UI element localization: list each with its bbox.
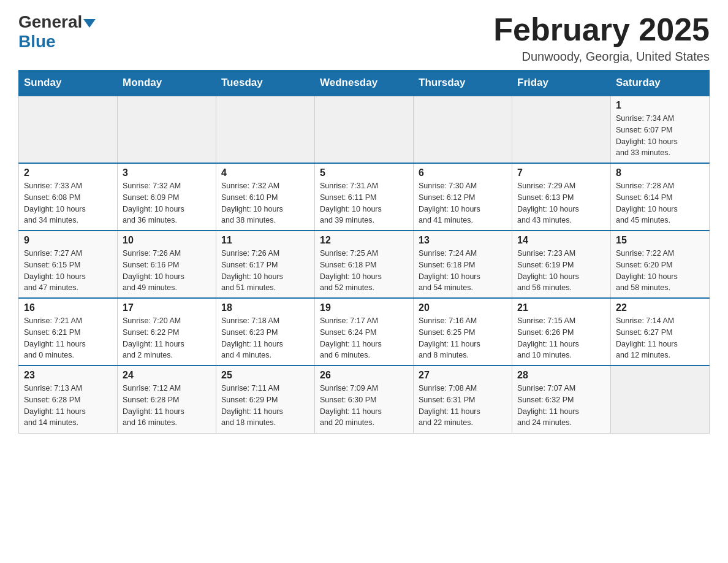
calendar-cell: 26Sunrise: 7:09 AMSunset: 6:30 PMDayligh…: [315, 366, 414, 433]
day-number: 7: [517, 167, 605, 178]
calendar-cell: [611, 366, 710, 433]
day-number: 18: [221, 302, 309, 313]
day-number: 14: [517, 235, 605, 246]
calendar-cell: 10Sunrise: 7:26 AMSunset: 6:16 PMDayligh…: [118, 231, 216, 298]
calendar-cell: 20Sunrise: 7:16 AMSunset: 6:25 PMDayligh…: [414, 298, 512, 366]
day-info: Sunrise: 7:32 AMSunset: 6:09 PMDaylight:…: [123, 180, 211, 226]
day-info: Sunrise: 7:16 AMSunset: 6:25 PMDaylight:…: [419, 315, 507, 361]
calendar-cell: 13Sunrise: 7:24 AMSunset: 6:18 PMDayligh…: [414, 231, 512, 298]
day-number: 6: [419, 167, 507, 178]
day-number: 2: [24, 167, 112, 178]
weekday-header-thursday: Thursday: [414, 71, 512, 96]
calendar-cell: 4Sunrise: 7:32 AMSunset: 6:10 PMDaylight…: [216, 163, 315, 231]
calendar-cell: 25Sunrise: 7:11 AMSunset: 6:29 PMDayligh…: [216, 366, 315, 433]
day-info: Sunrise: 7:22 AMSunset: 6:20 PMDaylight:…: [616, 248, 704, 294]
calendar-cell: 22Sunrise: 7:14 AMSunset: 6:27 PMDayligh…: [611, 298, 710, 366]
day-number: 23: [24, 370, 112, 381]
day-info: Sunrise: 7:07 AMSunset: 6:32 PMDaylight:…: [517, 383, 605, 429]
day-number: 3: [123, 167, 211, 178]
calendar-cell: [414, 96, 512, 163]
day-info: Sunrise: 7:32 AMSunset: 6:10 PMDaylight:…: [221, 180, 309, 226]
day-number: 8: [616, 167, 704, 178]
day-info: Sunrise: 7:12 AMSunset: 6:28 PMDaylight:…: [123, 383, 211, 429]
day-info: Sunrise: 7:29 AMSunset: 6:13 PMDaylight:…: [517, 180, 605, 226]
day-info: Sunrise: 7:28 AMSunset: 6:14 PMDaylight:…: [616, 180, 704, 226]
day-number: 27: [419, 370, 507, 381]
day-number: 9: [24, 235, 112, 246]
day-info: Sunrise: 7:25 AMSunset: 6:18 PMDaylight:…: [320, 248, 408, 294]
calendar-cell: 6Sunrise: 7:30 AMSunset: 6:12 PMDaylight…: [414, 163, 512, 231]
day-number: 25: [221, 370, 309, 381]
day-number: 24: [123, 370, 211, 381]
day-info: Sunrise: 7:23 AMSunset: 6:19 PMDaylight:…: [517, 248, 605, 294]
calendar-cell: [216, 96, 315, 163]
calendar-cell: 18Sunrise: 7:18 AMSunset: 6:23 PMDayligh…: [216, 298, 315, 366]
day-info: Sunrise: 7:09 AMSunset: 6:30 PMDaylight:…: [320, 383, 408, 429]
day-number: 12: [320, 235, 408, 246]
day-info: Sunrise: 7:24 AMSunset: 6:18 PMDaylight:…: [419, 248, 507, 294]
calendar-cell: 2Sunrise: 7:33 AMSunset: 6:08 PMDaylight…: [19, 163, 118, 231]
day-info: Sunrise: 7:26 AMSunset: 6:16 PMDaylight:…: [123, 248, 211, 294]
day-info: Sunrise: 7:11 AMSunset: 6:29 PMDaylight:…: [221, 383, 309, 429]
day-number: 26: [320, 370, 408, 381]
calendar-cell: 12Sunrise: 7:25 AMSunset: 6:18 PMDayligh…: [315, 231, 414, 298]
weekday-header-tuesday: Tuesday: [216, 71, 315, 96]
week-row-2: 2Sunrise: 7:33 AMSunset: 6:08 PMDaylight…: [19, 163, 710, 231]
calendar-cell: 1Sunrise: 7:34 AMSunset: 6:07 PMDaylight…: [611, 96, 710, 163]
calendar-cell: 17Sunrise: 7:20 AMSunset: 6:22 PMDayligh…: [118, 298, 216, 366]
day-info: Sunrise: 7:31 AMSunset: 6:11 PMDaylight:…: [320, 180, 408, 226]
page-header: General Blue February 2025 Dunwoody, Geo…: [18, 12, 710, 64]
calendar-cell: 27Sunrise: 7:08 AMSunset: 6:31 PMDayligh…: [414, 366, 512, 433]
day-number: 28: [517, 370, 605, 381]
day-info: Sunrise: 7:21 AMSunset: 6:21 PMDaylight:…: [24, 315, 112, 361]
calendar-cell: 3Sunrise: 7:32 AMSunset: 6:09 PMDaylight…: [118, 163, 216, 231]
calendar-cell: 15Sunrise: 7:22 AMSunset: 6:20 PMDayligh…: [611, 231, 710, 298]
weekday-header-sunday: Sunday: [19, 71, 118, 96]
day-info: Sunrise: 7:18 AMSunset: 6:23 PMDaylight:…: [221, 315, 309, 361]
calendar-cell: 23Sunrise: 7:13 AMSunset: 6:28 PMDayligh…: [19, 366, 118, 433]
day-number: 13: [419, 235, 507, 246]
calendar-cell: 21Sunrise: 7:15 AMSunset: 6:26 PMDayligh…: [512, 298, 611, 366]
day-number: 15: [616, 235, 704, 246]
day-info: Sunrise: 7:30 AMSunset: 6:12 PMDaylight:…: [419, 180, 507, 226]
day-number: 22: [616, 302, 704, 313]
day-info: Sunrise: 7:14 AMSunset: 6:27 PMDaylight:…: [616, 315, 704, 361]
day-number: 20: [419, 302, 507, 313]
calendar-cell: [315, 96, 414, 163]
calendar-table: SundayMondayTuesdayWednesdayThursdayFrid…: [18, 70, 710, 434]
week-row-3: 9Sunrise: 7:27 AMSunset: 6:15 PMDaylight…: [19, 231, 710, 298]
location-subtitle: Dunwoody, Georgia, United States: [493, 50, 710, 64]
day-number: 11: [221, 235, 309, 246]
day-number: 1: [616, 100, 704, 111]
weekday-header-wednesday: Wednesday: [315, 71, 414, 96]
day-info: Sunrise: 7:33 AMSunset: 6:08 PMDaylight:…: [24, 180, 112, 226]
day-number: 21: [517, 302, 605, 313]
weekday-header-row: SundayMondayTuesdayWednesdayThursdayFrid…: [19, 71, 710, 96]
month-title: February 2025: [493, 12, 710, 47]
day-number: 10: [123, 235, 211, 246]
logo-general-text: General: [18, 12, 82, 32]
day-number: 4: [221, 167, 309, 178]
day-info: Sunrise: 7:13 AMSunset: 6:28 PMDaylight:…: [24, 383, 112, 429]
logo-arrow-icon: [83, 19, 96, 28]
calendar-cell: 7Sunrise: 7:29 AMSunset: 6:13 PMDaylight…: [512, 163, 611, 231]
logo: General Blue: [18, 12, 97, 52]
day-info: Sunrise: 7:34 AMSunset: 6:07 PMDaylight:…: [616, 113, 704, 159]
day-info: Sunrise: 7:08 AMSunset: 6:31 PMDaylight:…: [419, 383, 507, 429]
calendar-cell: [512, 96, 611, 163]
week-row-5: 23Sunrise: 7:13 AMSunset: 6:28 PMDayligh…: [19, 366, 710, 433]
calendar-cell: 11Sunrise: 7:26 AMSunset: 6:17 PMDayligh…: [216, 231, 315, 298]
day-info: Sunrise: 7:26 AMSunset: 6:17 PMDaylight:…: [221, 248, 309, 294]
weekday-header-monday: Monday: [118, 71, 216, 96]
day-info: Sunrise: 7:20 AMSunset: 6:22 PMDaylight:…: [123, 315, 211, 361]
calendar-cell: 14Sunrise: 7:23 AMSunset: 6:19 PMDayligh…: [512, 231, 611, 298]
day-info: Sunrise: 7:15 AMSunset: 6:26 PMDaylight:…: [517, 315, 605, 361]
calendar-cell: 9Sunrise: 7:27 AMSunset: 6:15 PMDaylight…: [19, 231, 118, 298]
calendar-cell: [19, 96, 118, 163]
title-block: February 2025 Dunwoody, Georgia, United …: [493, 12, 710, 64]
calendar-cell: 5Sunrise: 7:31 AMSunset: 6:11 PMDaylight…: [315, 163, 414, 231]
calendar-cell: 8Sunrise: 7:28 AMSunset: 6:14 PMDaylight…: [611, 163, 710, 231]
day-number: 17: [123, 302, 211, 313]
calendar-cell: [118, 96, 216, 163]
calendar-cell: 16Sunrise: 7:21 AMSunset: 6:21 PMDayligh…: [19, 298, 118, 366]
